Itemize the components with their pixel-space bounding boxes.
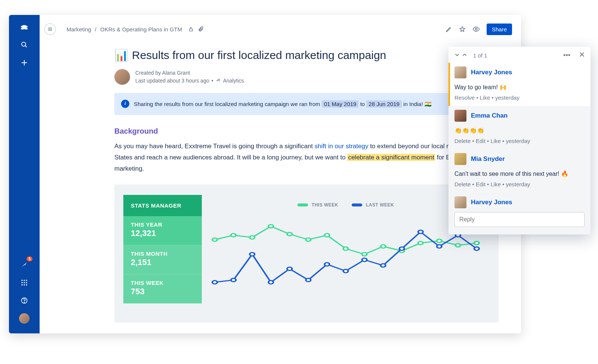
comment: Emma Chan👏👏👏👏Delete • Edit • Like • yest… xyxy=(449,106,591,149)
comments-header: 1 of 1 ••• xyxy=(449,47,591,63)
comment-avatar[interactable] xyxy=(454,66,466,78)
topbar: Marketing / OKRs & Operating Plans in GT… xyxy=(40,15,521,37)
stat-block: THIS WEEK753 xyxy=(123,274,202,304)
star-icon[interactable] xyxy=(459,26,466,32)
comment: Harvey JonesWay to go team! 🙌Resolve • L… xyxy=(449,63,591,106)
analytics-link[interactable]: Analytics xyxy=(223,77,244,85)
svg-point-25 xyxy=(306,238,311,242)
svg-point-44 xyxy=(381,264,386,267)
reply-input[interactable] xyxy=(454,212,585,227)
app-shell: 5 Marketing / OKRs & Operating Plans in … xyxy=(9,15,521,333)
global-nav: 5 xyxy=(9,15,40,333)
svg-point-42 xyxy=(343,270,348,273)
next-comment-icon[interactable] xyxy=(461,52,468,60)
svg-point-46 xyxy=(418,230,423,234)
comment-body: Way to go team! 🙌 xyxy=(454,84,585,91)
search-icon[interactable] xyxy=(17,37,32,52)
close-icon[interactable] xyxy=(579,51,585,60)
reply-author: Harvey Jones xyxy=(471,199,512,206)
restrictions-icon[interactable] xyxy=(188,26,194,32)
help-icon[interactable] xyxy=(17,293,32,308)
info-panel: i Sharing the results from our first loc… xyxy=(114,93,499,115)
svg-point-38 xyxy=(268,281,273,284)
comment-actions[interactable]: Delete • Edit • Like • yesterday xyxy=(454,181,585,187)
notification-badge: 5 xyxy=(27,256,33,261)
svg-point-22 xyxy=(250,236,255,239)
svg-rect-18 xyxy=(189,29,192,31)
notifications-icon[interactable]: 5 xyxy=(17,257,32,272)
stats-header: STATS MANAGER xyxy=(123,195,202,216)
svg-point-24 xyxy=(287,233,292,236)
svg-point-32 xyxy=(437,239,442,243)
author-avatar[interactable] xyxy=(114,69,130,85)
svg-rect-11 xyxy=(24,284,25,286)
date-chip-end: 28 Jun 2019 xyxy=(366,100,402,108)
reply-row: Harvey Jones xyxy=(449,193,591,234)
svg-rect-5 xyxy=(24,280,25,281)
svg-point-26 xyxy=(324,234,329,237)
stats-card: STATS MANAGER THIS YEAR12,321THIS MONTH2… xyxy=(114,184,499,323)
svg-point-28 xyxy=(362,253,367,256)
svg-point-49 xyxy=(474,247,479,251)
app-switcher-icon[interactable] xyxy=(17,275,32,290)
section-paragraph: As you may have heard, Exxtreme Travel i… xyxy=(114,141,499,174)
svg-point-34 xyxy=(474,242,479,245)
comment-avatar[interactable] xyxy=(454,153,466,165)
breadcrumb-parent[interactable]: Marketing xyxy=(67,26,91,32)
product-logo[interactable] xyxy=(17,19,32,34)
highlighted-text: celebrate a significant moment xyxy=(347,154,435,161)
strategy-link[interactable]: shift in our strategy xyxy=(315,143,369,150)
svg-point-33 xyxy=(456,244,460,247)
edit-icon[interactable] xyxy=(446,26,452,32)
svg-point-31 xyxy=(418,242,423,245)
updated-line: Last updated about 3 hours ago xyxy=(135,77,209,85)
section-heading: Background xyxy=(114,127,499,136)
byline: Created by Alana Grant Last updated abou… xyxy=(114,69,499,85)
comment-actions[interactable]: Delete • Edit • Like • yesterday xyxy=(454,138,585,144)
svg-line-1 xyxy=(25,46,27,47)
profile-avatar[interactable] xyxy=(17,311,32,326)
svg-point-41 xyxy=(324,263,329,266)
analytics-icon xyxy=(216,77,221,85)
svg-point-43 xyxy=(362,258,367,262)
svg-rect-12 xyxy=(26,284,27,286)
chart-legend: THIS WEEK LAST WEEK xyxy=(209,195,482,211)
more-actions-icon[interactable]: ••• xyxy=(563,52,570,59)
watch-icon[interactable] xyxy=(472,25,480,33)
svg-point-0 xyxy=(22,42,26,46)
attachment-icon[interactable] xyxy=(198,26,204,32)
svg-point-47 xyxy=(437,245,442,248)
create-icon[interactable] xyxy=(17,55,32,70)
svg-point-35 xyxy=(212,281,217,284)
svg-point-23 xyxy=(268,225,273,228)
date-chip-start: 01 May 2019 xyxy=(322,100,359,108)
prev-comment-icon[interactable] xyxy=(454,52,460,60)
stat-block: THIS MONTH2,151 xyxy=(123,245,202,274)
svg-rect-6 xyxy=(26,280,27,281)
comment-body: 👏👏👏👏 xyxy=(454,127,585,134)
svg-point-37 xyxy=(250,253,255,256)
comment-author[interactable]: Emma Chan xyxy=(471,112,508,119)
svg-point-45 xyxy=(400,247,404,251)
stat-block: THIS YEAR12,321 xyxy=(123,216,202,245)
svg-point-14 xyxy=(24,302,24,302)
collapse-sidebar-button[interactable] xyxy=(44,23,56,35)
breadcrumb: Marketing / OKRs & Operating Plans in GT… xyxy=(67,26,204,32)
comment-actions[interactable]: Resolve • Like • yesterday xyxy=(454,94,585,101)
svg-rect-8 xyxy=(24,282,25,283)
svg-point-27 xyxy=(343,247,348,251)
svg-point-20 xyxy=(212,238,217,242)
comment-author[interactable]: Mia Snyder xyxy=(471,155,505,163)
comment-body: Can't wait to see more of this next year… xyxy=(454,170,585,177)
breadcrumb-page[interactable]: OKRs & Operating Plans in GTM xyxy=(100,26,182,32)
comment-avatar[interactable] xyxy=(454,110,466,122)
author-line: Created by Alana Grant xyxy=(135,69,244,77)
svg-point-36 xyxy=(231,279,236,282)
svg-point-19 xyxy=(475,28,477,30)
comment-author[interactable]: Harvey Jones xyxy=(471,69,512,76)
share-button[interactable]: Share xyxy=(487,24,512,35)
top-actions: Share xyxy=(446,24,512,35)
svg-rect-4 xyxy=(22,280,23,281)
svg-rect-7 xyxy=(22,282,23,283)
reply-avatar xyxy=(454,196,466,208)
